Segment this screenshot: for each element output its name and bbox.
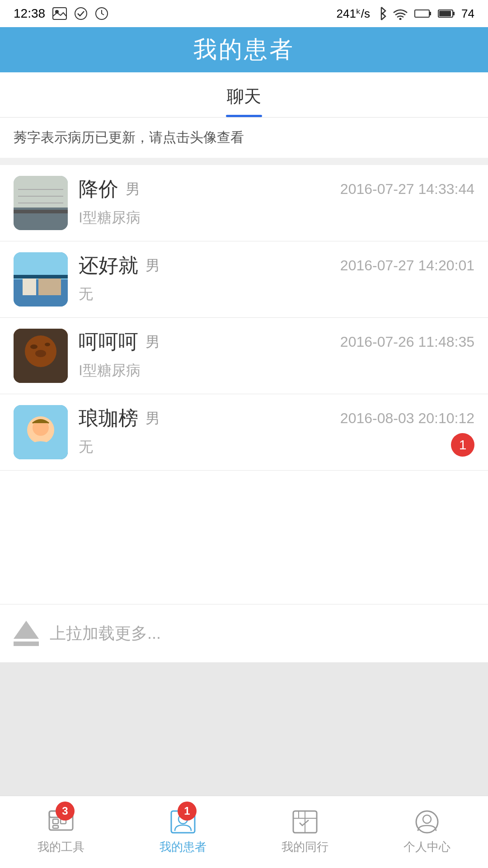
- svg-point-23: [30, 344, 38, 349]
- svg-rect-6: [429, 12, 431, 15]
- patient-name: 琅珈榜: [79, 405, 138, 432]
- patients-badge: 1: [178, 802, 197, 821]
- nav-item-profile[interactable]: 个人中心: [366, 796, 488, 868]
- clock-icon: [95, 7, 108, 20]
- patient-name-row: 呵呵呵 男 2016-07-26 11:48:35: [79, 329, 474, 355]
- patient-name-row: 还好就 男 2016-07-27 14:20:01: [79, 252, 474, 279]
- patient-item[interactable]: 降价 男 2016-07-27 14:33:44 I型糖尿病: [0, 165, 488, 241]
- patient-item[interactable]: 呵呵呵 男 2016-07-26 11:48:35 I型糖尿病: [0, 318, 488, 394]
- tools-badge: 3: [56, 802, 75, 821]
- patient-info: 琅珈榜 男 2016-08-03 20:10:12 无: [79, 405, 474, 457]
- svg-rect-18: [23, 277, 36, 295]
- svg-point-41: [423, 815, 431, 823]
- patient-datetime: 2016-07-27 14:33:44: [340, 181, 474, 198]
- svg-point-24: [45, 343, 50, 346]
- patient-info: 呵呵呵 男 2016-07-26 11:48:35 I型糖尿病: [79, 329, 474, 381]
- arrow-up-icon: [14, 621, 39, 639]
- patient-name-row: 降价 男 2016-07-27 14:33:44: [79, 176, 474, 203]
- svg-rect-15: [14, 210, 68, 213]
- avatar[interactable]: [14, 405, 68, 459]
- status-left: 12:38: [14, 6, 108, 21]
- patient-name: 还好就: [79, 252, 138, 279]
- nav-label-profile: 个人中心: [404, 839, 450, 855]
- patient-datetime: 2016-07-27 14:20:01: [340, 257, 474, 274]
- check-circle-icon: [74, 7, 88, 20]
- avatar[interactable]: [14, 176, 68, 230]
- nav-label-patients: 我的患者: [160, 839, 206, 855]
- patient-diagnosis: I型糖尿病: [79, 361, 474, 381]
- load-more[interactable]: 上拉加载更多...: [0, 604, 488, 662]
- network-speed: 241ᵏ/s: [336, 7, 370, 21]
- svg-rect-20: [14, 275, 68, 278]
- patient-gender: 男: [145, 332, 160, 352]
- load-more-text: 上拉加载更多...: [50, 623, 161, 645]
- nav-item-patients[interactable]: 1 我的患者: [122, 796, 244, 868]
- nav-label-tools: 我的工具: [38, 839, 84, 855]
- tab-bar: 聊天: [0, 72, 488, 118]
- app-header: 我的患者: [0, 27, 488, 72]
- svg-point-4: [399, 18, 402, 20]
- status-right: 241ᵏ/s 74: [336, 6, 474, 21]
- patient-datetime: 2016-08-03 20:10:12: [340, 410, 474, 427]
- tab-chat-label: 聊天: [227, 87, 261, 106]
- tab-chat[interactable]: 聊天: [0, 72, 488, 117]
- bluetooth-icon: [376, 6, 386, 21]
- spacer: [0, 662, 488, 796]
- header-title: 我的患者: [193, 34, 295, 66]
- patient-item[interactable]: 琅珈榜 男 2016-08-03 20:10:12 无 1: [0, 394, 488, 471]
- wifi-icon: [393, 7, 408, 20]
- patient-gender: 男: [145, 256, 160, 276]
- svg-rect-5: [415, 10, 429, 17]
- nav-label-peers: 我的同行: [282, 839, 328, 855]
- svg-point-25: [35, 350, 46, 357]
- peers-icon: [291, 809, 319, 835]
- patient-gender: 男: [126, 179, 140, 199]
- bottom-nav: 3 我的工具 1 我的患者 我的同行: [0, 796, 488, 868]
- nav-item-peers[interactable]: 我的同行: [244, 796, 366, 868]
- patient-diagnosis: I型糖尿病: [79, 208, 474, 228]
- nav-item-tools[interactable]: 3 我的工具: [0, 796, 122, 868]
- patient-name: 降价: [79, 176, 118, 203]
- avatar[interactable]: [14, 252, 68, 307]
- svg-rect-8: [439, 11, 451, 16]
- status-time: 12:38: [14, 6, 45, 21]
- battery-outline-icon: [414, 9, 432, 19]
- profile-icon: [413, 809, 441, 835]
- arrow-base: [14, 642, 39, 646]
- unread-badge: 1: [451, 433, 474, 457]
- patient-item[interactable]: 还好就 男 2016-07-27 14:20:01 无: [0, 241, 488, 318]
- avatar[interactable]: [14, 329, 68, 383]
- patient-gender: 男: [145, 409, 160, 429]
- svg-rect-31: [53, 819, 58, 824]
- status-bar: 12:38 241ᵏ/s 74: [0, 0, 488, 27]
- patient-diagnosis: 无: [79, 437, 474, 457]
- battery-level: 74: [461, 7, 474, 21]
- svg-rect-33: [53, 826, 58, 828]
- image-icon: [52, 7, 67, 20]
- svg-rect-9: [453, 12, 455, 15]
- svg-point-2: [75, 8, 87, 19]
- patient-list: 降价 男 2016-07-27 14:33:44 I型糖尿病 还好就 男 201…: [0, 165, 488, 604]
- patient-name-row: 琅珈榜 男 2016-08-03 20:10:12: [79, 405, 474, 432]
- patient-datetime: 2016-07-26 11:48:35: [340, 334, 474, 350]
- patient-info: 还好就 男 2016-07-27 14:20:01 无: [79, 252, 474, 304]
- patient-name: 呵呵呵: [79, 329, 138, 355]
- patient-info: 降价 男 2016-07-27 14:33:44 I型糖尿病: [79, 176, 474, 228]
- load-more-arrow: [14, 621, 39, 646]
- battery-fill-icon: [438, 9, 455, 19]
- notice-text: 莠字表示病历已更新，请点击头像查看: [14, 130, 244, 145]
- notice-bar: 莠字表示病历已更新，请点击头像查看: [0, 118, 488, 165]
- svg-point-40: [416, 811, 438, 833]
- patient-diagnosis: 无: [79, 284, 474, 304]
